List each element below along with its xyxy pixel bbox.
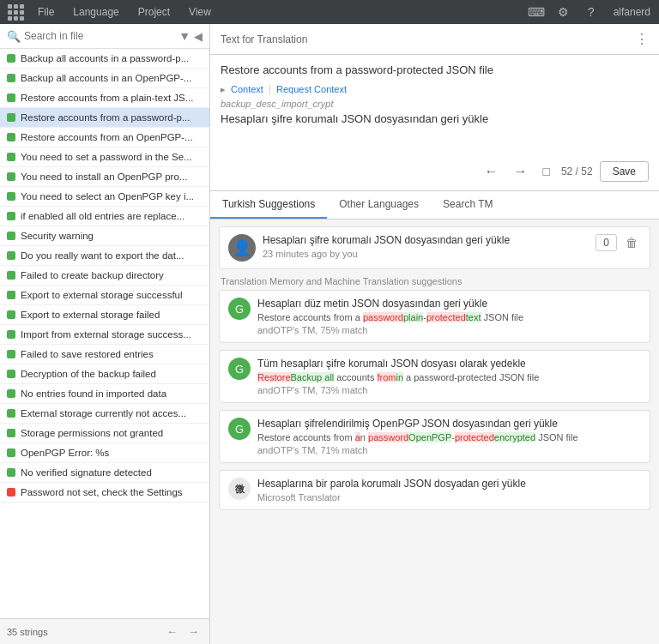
tm-match: andOTP's TM, 71% match	[257, 445, 641, 455]
username: alfanerd	[608, 6, 656, 18]
tab-other[interactable]: Other Languages	[327, 191, 431, 219]
sidebar-list: Backup all accounts in a password-p...Ba…	[0, 49, 209, 618]
sidebar-item-label: Do you really want to export the dat...	[21, 250, 184, 261]
sidebar-item[interactable]: You need to select an OpenPGP key i...	[0, 187, 209, 207]
tm-match: andOTP's TM, 73% match	[257, 385, 641, 395]
tm-content: Hesapları şifrelendirilmiş OpenPGP JSON …	[257, 418, 641, 455]
ms-content: Hesaplarına bir parola korumalı JSON dos…	[257, 478, 641, 503]
sidebar-item-label: No verified signature detected	[21, 467, 152, 478]
sidebar-item[interactable]: Failed to create backup directory	[0, 266, 209, 286]
status-dot	[7, 291, 15, 299]
translation-actions: ← → □ 52 / 52 Save	[221, 161, 649, 182]
tm-main-text: Hesapları düz metin JSON dosyasından ger…	[257, 298, 641, 310]
menu-project[interactable]: Project	[130, 3, 178, 21]
panel-menu-icon[interactable]: ⋮	[635, 31, 649, 47]
status-dot	[7, 172, 15, 181]
suggestions-area: 👤 Hesapları şifre korumalı JSON dosyasın…	[210, 220, 659, 644]
sidebar-item[interactable]: No entries found in imported data	[0, 384, 209, 404]
keyboard-icon[interactable]: ⌨	[526, 2, 547, 22]
sidebar-item[interactable]: Failed to save restored entries	[0, 345, 209, 364]
sidebar-item-label: Restore accounts from an OpenPGP-...	[21, 132, 193, 142]
status-dot	[7, 310, 15, 319]
status-dot	[7, 251, 15, 260]
source-text: Restore accounts from a password-protect…	[221, 63, 649, 76]
sidebar-item[interactable]: No verified signature detected	[0, 463, 209, 483]
suggestion-content: Hesapları şifre korumalı JSON dosyasında…	[263, 234, 589, 259]
sidebar-item-label: Backup all accounts in a password-p...	[21, 53, 189, 63]
request-context-link[interactable]: Request Context	[276, 84, 347, 94]
translation-input[interactable]	[221, 109, 649, 152]
search-input[interactable]	[24, 30, 175, 42]
context-arrow: ▸	[221, 84, 226, 95]
sidebar-item[interactable]: Restore accounts from a plain-text JS...	[0, 88, 209, 108]
sidebar-item-label: Storage permissions not granted	[21, 428, 163, 438]
copy-count[interactable]: 0	[596, 234, 617, 251]
save-button[interactable]: Save	[600, 161, 649, 182]
sidebar-item-label: Import from external storage success...	[21, 329, 191, 340]
sidebar-prev-arrow[interactable]: ←	[163, 623, 181, 640]
sidebar-item-label: if enabled all old entries are replace..…	[21, 211, 184, 221]
sidebar-item[interactable]: OpenPGP Error: %s	[0, 443, 209, 463]
sidebar-item[interactable]: Import from external storage success...	[0, 325, 209, 345]
sidebar-item[interactable]: Backup all accounts in a password-p...	[0, 49, 209, 69]
sidebar-item[interactable]: External storage currently not acces...	[0, 404, 209, 424]
sidebar-next-arrow[interactable]: →	[184, 623, 203, 640]
status-dot	[7, 54, 15, 63]
tab-search[interactable]: Search TM	[431, 191, 505, 219]
right-panel: Text for Translation ⋮ Restore accounts …	[210, 24, 659, 644]
sidebar-item[interactable]: Decryption of the backup failed	[0, 364, 209, 384]
help-icon[interactable]: ?	[581, 2, 602, 22]
status-dot	[7, 429, 15, 437]
sidebar-item[interactable]: Backup all accounts in an OpenPGP-...	[0, 69, 209, 88]
sidebar-item[interactable]: Security warning	[0, 226, 209, 246]
menu-language[interactable]: Language	[64, 3, 127, 21]
context-key: backup_desc_import_crypt	[221, 99, 649, 109]
tab-turkish[interactable]: Turkish Suggestions	[210, 191, 327, 219]
status-dot	[7, 350, 15, 358]
sidebar-item-label: Password not set, check the Settings	[21, 487, 183, 497]
status-dot	[7, 468, 15, 477]
sidebar-item-label: Restore accounts from a password-p...	[21, 112, 190, 123]
tm-source-text: Restore accounts from a passwordplain-pr…	[257, 312, 641, 322]
sidebar-item[interactable]: if enabled all old entries are replace..…	[0, 207, 209, 226]
status-dot	[7, 93, 15, 102]
sidebar-item[interactable]: You need to set a password in the Se...	[0, 147, 209, 167]
sidebar-item[interactable]: Password not set, check the Settings	[0, 483, 209, 503]
status-dot	[7, 448, 15, 457]
sidebar-item[interactable]: Restore accounts from a password-p...	[0, 108, 209, 128]
suggestion-meta: 23 minutes ago by you	[263, 249, 589, 259]
tm-section-label: Translation Memory and Machine Translati…	[219, 276, 650, 286]
sidebar-item-label: Security warning	[21, 231, 94, 241]
context-bar: ▸ Context | Request Context	[221, 83, 649, 95]
delete-icon[interactable]: 🗑	[622, 234, 641, 251]
copy-source-btn[interactable]: □	[538, 162, 553, 181]
translation-area: Restore accounts from a password-protect…	[210, 55, 659, 191]
sidebar-item[interactable]: Do you really want to export the dat...	[0, 246, 209, 266]
menu-view[interactable]: View	[180, 3, 220, 21]
prev-btn[interactable]: ←	[480, 161, 502, 182]
sidebar-item-label: You need to install an OpenPGP pro...	[21, 172, 187, 182]
settings-icon[interactable]: ⚙	[553, 2, 574, 22]
status-dot	[7, 488, 15, 497]
collapse-sidebar-icon[interactable]: ◀	[194, 30, 203, 43]
tm-icon: G	[228, 358, 251, 380]
next-btn[interactable]: →	[509, 161, 531, 182]
string-count: 35 strings	[7, 627, 48, 637]
sidebar-item[interactable]: Export to external storage successful	[0, 286, 209, 305]
menu-file[interactable]: File	[29, 3, 63, 21]
apps-icon[interactable]	[3, 0, 27, 24]
sidebar-item[interactable]: Restore accounts from an OpenPGP-...	[0, 128, 209, 147]
sidebar-item[interactable]: Export to external storage failed	[0, 305, 209, 325]
sidebar-item[interactable]: Storage permissions not granted	[0, 424, 209, 443]
context-link[interactable]: Context	[231, 84, 263, 94]
sidebar-item-label: Export to external storage failed	[21, 310, 160, 320]
sidebar-item-label: You need to select an OpenPGP key i...	[21, 191, 194, 202]
menu-bar: File Language Project View ⌨ ⚙ ? alfaner…	[0, 0, 659, 24]
sidebar-item-label: Export to external storage successful	[21, 290, 183, 300]
suggestion-text: Hesapları şifre korumalı JSON dosyasında…	[263, 234, 589, 246]
sidebar-item[interactable]: You need to install an OpenPGP pro...	[0, 167, 209, 187]
avatar: 👤	[228, 234, 256, 262]
sidebar-item-label: You need to set a password in the Se...	[21, 152, 192, 162]
tm-suggestion: G Hesapları düz metin JSON dosyasından g…	[219, 290, 650, 343]
filter-icon[interactable]: ▼	[178, 29, 190, 43]
